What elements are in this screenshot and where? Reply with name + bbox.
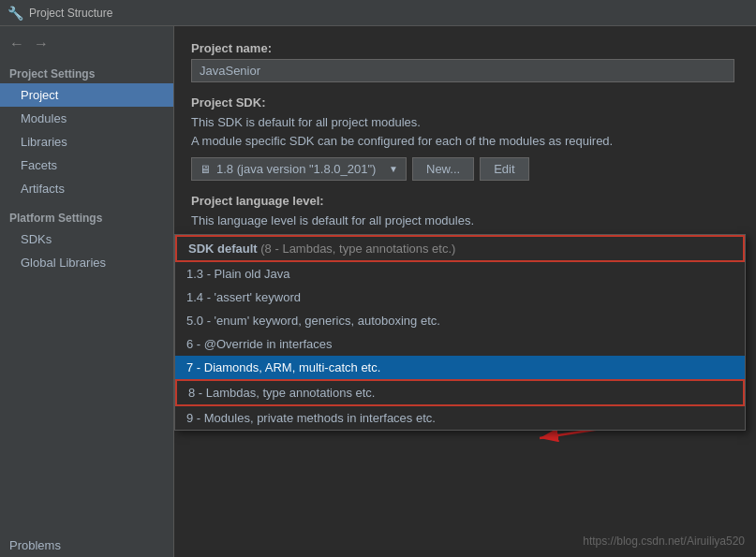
dropdown-item-7[interactable]: 7 - Diamonds, ARM, multi-catch etc. (175, 356, 745, 379)
project-sdk-label: Project SDK: (191, 95, 739, 110)
language-level-dropdown: SDK default (8 - Lambdas, type annotatio… (174, 234, 746, 431)
sidebar: ← → Project Settings Project Modules Lib… (0, 26, 174, 557)
sdk-icon: 🖥 (200, 163, 211, 176)
back-button[interactable]: ← (7, 34, 26, 54)
project-settings-label: Project Settings (0, 62, 173, 83)
lang-level-label: Project language level: (191, 194, 739, 208)
sdk-default-sublabel: (8 - Lambdas, type annotations etc.) (258, 242, 456, 256)
sdk-default-label: SDK default (188, 242, 258, 256)
sidebar-item-problems[interactable]: Problems (0, 534, 173, 557)
sidebar-item-sdks[interactable]: SDKs (0, 227, 173, 251)
sidebar-toolbar: ← → (0, 30, 173, 58)
sidebar-item-modules[interactable]: Modules (0, 107, 173, 130)
title-bar: 🔧 Project Structure (0, 0, 756, 26)
watermark: https://blog.csdn.net/Airuiliya520 (583, 535, 745, 548)
sidebar-item-project[interactable]: Project (0, 83, 173, 107)
dropdown-item-6[interactable]: 6 - @Override in interfaces (175, 332, 745, 356)
project-name-input[interactable] (191, 59, 734, 82)
dropdown-item-sdk-default[interactable]: SDK default (8 - Lambdas, type annotatio… (175, 235, 745, 262)
window-title: Project Structure (29, 7, 112, 20)
lang-desc1: This language level is default for all p… (191, 212, 739, 230)
sdk-chevron-icon: ▼ (389, 164, 398, 174)
sdk-desc1: This SDK is default for all project modu… (191, 113, 739, 132)
sdk-value: 1.8 (java version "1.8.0_201") (216, 162, 376, 176)
sdk-desc2: A module specific SDK can be configured … (191, 132, 739, 151)
sdk-selector[interactable]: 🖥 1.8 (java version "1.8.0_201") ▼ (191, 157, 407, 181)
new-sdk-button[interactable]: New... (412, 157, 474, 181)
main-layout: ← → Project Settings Project Modules Lib… (0, 26, 756, 557)
sdk-row: 🖥 1.8 (java version "1.8.0_201") ▼ New..… (191, 157, 739, 181)
forward-button[interactable]: → (32, 34, 51, 54)
sidebar-item-facets[interactable]: Facets (0, 154, 173, 177)
app-icon: 🔧 (7, 6, 23, 21)
dropdown-item-9[interactable]: 9 - Modules, private methods in interfac… (175, 406, 745, 430)
edit-sdk-button[interactable]: Edit (480, 157, 528, 181)
sidebar-item-libraries[interactable]: Libraries (0, 130, 173, 154)
sidebar-item-artifacts[interactable]: Artifacts (0, 177, 173, 200)
sidebar-item-global-libraries[interactable]: Global Libraries (0, 251, 173, 274)
dropdown-item-5-0[interactable]: 5.0 - 'enum' keyword, generics, autoboxi… (175, 309, 745, 332)
project-name-label: Project name: (191, 41, 739, 55)
dropdown-item-1-4[interactable]: 1.4 - 'assert' keyword (175, 286, 745, 309)
dropdown-item-8[interactable]: 8 - Lambdas, type annotations etc. (175, 379, 745, 406)
content-area: Project name: Project SDK: This SDK is d… (174, 26, 756, 557)
platform-settings-label: Platform Settings (0, 206, 173, 227)
dropdown-item-1-3[interactable]: 1.3 - Plain old Java (175, 262, 745, 286)
